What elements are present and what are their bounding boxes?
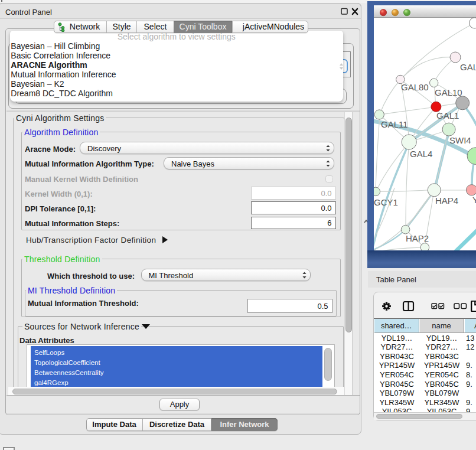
svg-text:GAL4: GAL4 bbox=[410, 149, 432, 159]
svg-text:GAL1: GAL1 bbox=[436, 110, 459, 120]
svg-text:GAL80: GAL80 bbox=[401, 82, 429, 92]
svg-text:HAP4: HAP4 bbox=[435, 195, 458, 206]
svg-text:GCY1: GCY1 bbox=[374, 197, 398, 207]
svg-text:GAL11: GAL11 bbox=[381, 119, 408, 129]
svg-text:HAP2: HAP2 bbox=[406, 233, 429, 243]
svg-text:GAL: GAL bbox=[460, 62, 476, 72]
svg-text:GAL10: GAL10 bbox=[435, 87, 462, 97]
svg-text:SWI4: SWI4 bbox=[449, 135, 471, 145]
svg-text:Y: Y bbox=[472, 195, 476, 205]
